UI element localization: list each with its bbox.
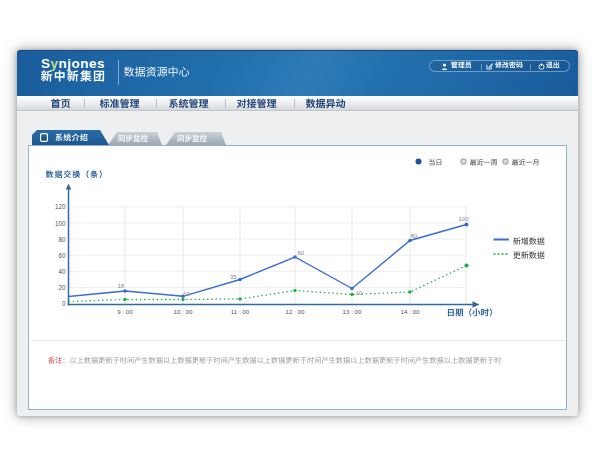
svg-text:13 : 00: 13 : 00 bbox=[343, 308, 362, 315]
svg-text:80: 80 bbox=[58, 236, 66, 243]
svg-text:14 : 00: 14 : 00 bbox=[401, 308, 420, 315]
svg-text:80: 80 bbox=[411, 233, 418, 239]
svg-text:20: 20 bbox=[58, 284, 66, 291]
svg-text:12 : 00: 12 : 00 bbox=[286, 308, 305, 315]
svg-text:18: 18 bbox=[118, 283, 125, 289]
svg-text:60: 60 bbox=[298, 250, 305, 256]
svg-text:10: 10 bbox=[183, 291, 190, 297]
svg-text:35: 35 bbox=[230, 274, 237, 280]
svg-text:10: 10 bbox=[356, 290, 363, 296]
svg-text:100: 100 bbox=[459, 216, 470, 222]
svg-text:10 : 00: 10 : 00 bbox=[174, 308, 193, 315]
svg-text:120: 120 bbox=[55, 203, 66, 210]
svg-text:100: 100 bbox=[55, 220, 66, 227]
svg-text:40: 40 bbox=[58, 268, 66, 275]
svg-text:11 : 00: 11 : 00 bbox=[231, 308, 250, 315]
svg-text:60: 60 bbox=[58, 252, 66, 259]
svg-text:0: 0 bbox=[62, 300, 66, 307]
svg-text:9 : 00: 9 : 00 bbox=[117, 308, 133, 315]
